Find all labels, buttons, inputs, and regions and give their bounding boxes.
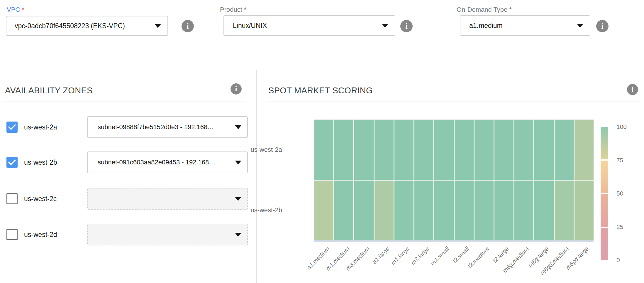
- heatmap-x-label-m1.large: m1.large: [390, 245, 411, 266]
- heatmap-cell-us-west-2a-m3.medium: [354, 120, 373, 180]
- vpc-label-text: VPC: [7, 6, 20, 13]
- heatmap-cell-us-west-2a-m1.medium: [334, 120, 353, 180]
- checkbox-us-west-2d[interactable]: [6, 229, 18, 240]
- heatmap-legend-colorbar: [601, 127, 608, 260]
- heatmap-cell-us-west-2b-m6gd.large: [574, 181, 594, 240]
- subnet-select-us-west-2b[interactable]: subnet-091c603aa82e09453 - 192.168…: [87, 151, 248, 173]
- vpc-required-mark: *: [22, 6, 24, 13]
- heatmap-x-label-m3.large: m3.large: [410, 245, 431, 266]
- product-label-text: Product: [220, 6, 242, 13]
- chevron-down-icon: [155, 24, 161, 28]
- vpc-label: VPC*: [7, 6, 24, 14]
- product-select-value: Linux/UNIX: [233, 22, 377, 30]
- heatmap-cell-us-west-2b-m6g.medium: [514, 181, 533, 240]
- heatmap-cell-us-west-2b-m3.medium: [354, 181, 373, 240]
- spot-market-scoring-divider: [268, 102, 641, 102]
- product-select[interactable]: Linux/UNIX: [223, 15, 395, 36]
- heatmap-cell-us-west-2a-m1.small: [434, 120, 453, 180]
- heatmap-y-label-us-west-2a: us-west-2a: [241, 146, 282, 154]
- heatmap-cell-us-west-2a-m6g.medium: [514, 120, 533, 180]
- product-required-mark: *: [244, 6, 247, 13]
- heatmap-x-label-m1.small: m1.small: [429, 245, 450, 267]
- heatmap-cell-us-west-2a-m1.large: [394, 120, 413, 180]
- subnet-select-us-west-2c[interactable]: [87, 188, 248, 210]
- heatmap-x-label-t2.large: t2.large: [492, 245, 510, 264]
- heatmap-cell-us-west-2a-t2.medium: [474, 120, 494, 180]
- vpc-info-icon[interactable]: i: [182, 20, 194, 32]
- spot-market-scoring-info-icon[interactable]: i: [627, 84, 638, 95]
- legend-tick-0: 0: [616, 256, 620, 264]
- page: VPC* vpc-0adcb70f645508223 (EKS-VPC) i P…: [0, 0, 644, 283]
- heatmap-cell-us-west-2a-m6gd.medium: [555, 120, 574, 180]
- subnet-select-value-us-west-2a: subnet-09888f7be5152d0e3 - 192.168…: [98, 123, 230, 131]
- legend-segment-50-25: [601, 194, 608, 227]
- heatmap-cell-us-west-2b-t2.small: [455, 181, 474, 240]
- heatmap-cell-us-west-2b-m6g.large: [534, 181, 553, 240]
- availability-zones-divider: [4, 102, 244, 102]
- heatmap-cell-us-west-2a-m3.large: [414, 120, 433, 180]
- legend-segment-75-50: [601, 161, 608, 193]
- legend-segment-100-75: [601, 127, 608, 159]
- legend-segment-25-0: [601, 228, 608, 260]
- availability-zones-title: AVAILABILITY ZONES: [5, 86, 93, 95]
- spot-market-scoring-title: SPOT MARKET SCORING: [268, 86, 373, 95]
- product-label: Product*: [220, 6, 246, 14]
- heatmap-cell-us-west-2b-m6gd.medium: [555, 181, 574, 240]
- heatmap-cell-us-west-2b-m1.small: [434, 181, 453, 240]
- legend-tick-25: 25: [616, 223, 623, 231]
- az-row-us-west-2a: us-west-2asubnet-09888f7be5152d0e3 - 192…: [0, 116, 248, 138]
- legend-tick-50: 50: [616, 190, 623, 197]
- heatmap-x-label-t2.medium: t2.medium: [466, 245, 490, 269]
- vpc-select-value: vpc-0adcb70f645508223 (EKS-VPC): [15, 22, 150, 30]
- chevron-down-icon: [235, 161, 241, 164]
- subnet-select-us-west-2d[interactable]: [87, 224, 248, 245]
- heatmap-cell-us-west-2a-m6gd.large: [574, 120, 594, 180]
- heatmap-cell-us-west-2b-a1.large: [374, 181, 394, 240]
- chevron-down-icon: [235, 125, 241, 129]
- subnet-select-us-west-2a[interactable]: subnet-09888f7be5152d0e3 - 192.168…: [87, 116, 248, 138]
- zone-label-us-west-2b: us-west-2b: [24, 159, 57, 166]
- chevron-down-icon: [235, 197, 241, 201]
- heatmap-cell-us-west-2a-a1.medium: [314, 120, 333, 180]
- zone-label-us-west-2a: us-west-2a: [24, 123, 57, 131]
- legend-tick-75: 75: [616, 156, 623, 164]
- heatmap-cell-us-west-2b-m1.medium: [334, 181, 353, 240]
- heatmap-x-label-a1.large: a1.large: [371, 245, 391, 265]
- checkbox-us-west-2c[interactable]: [6, 193, 18, 204]
- heatmap-grid: [314, 120, 594, 240]
- heatmap-x-label-t2.small: t2.small: [451, 245, 470, 265]
- heatmap-cell-us-west-2a-t2.large: [494, 120, 513, 180]
- heatmap-cell-us-west-2a-m6g.large: [534, 120, 553, 180]
- legend-tick-100: 100: [616, 123, 627, 131]
- az-row-us-west-2c: us-west-2c: [0, 188, 248, 210]
- chevron-down-icon: [382, 24, 388, 28]
- heatmap-cell-us-west-2b-m3.large: [414, 181, 433, 240]
- on-demand-type-required-mark: *: [509, 6, 512, 13]
- product-info-icon[interactable]: i: [400, 20, 413, 32]
- heatmap-y-label-us-west-2b: us-west-2b: [241, 206, 282, 214]
- availability-zones-info-icon[interactable]: i: [231, 83, 242, 95]
- heatmap-cell-us-west-2b-m1.large: [394, 181, 413, 240]
- heatmap-cell-us-west-2a-a1.large: [374, 120, 394, 180]
- chevron-down-icon: [235, 233, 241, 237]
- on-demand-type-info-icon[interactable]: i: [596, 20, 609, 32]
- checkbox-us-west-2b[interactable]: [6, 157, 18, 168]
- on-demand-type-select-value: a1.medium: [469, 22, 572, 30]
- vpc-select[interactable]: vpc-0adcb70f645508223 (EKS-VPC): [6, 16, 168, 36]
- heatmap-cell-us-west-2b-t2.medium: [474, 181, 494, 240]
- on-demand-type-select[interactable]: a1.medium: [460, 15, 590, 36]
- heatmap-cell-us-west-2a-t2.small: [455, 120, 474, 180]
- on-demand-type-label: On-Demand Type*: [457, 6, 512, 14]
- chevron-down-icon: [577, 24, 583, 28]
- subnet-select-value-us-west-2b: subnet-091c603aa82e09453 - 192.168…: [98, 159, 230, 166]
- heatmap-cell-us-west-2b-a1.medium: [314, 181, 333, 240]
- az-row-us-west-2b: us-west-2bsubnet-091c603aa82e09453 - 192…: [0, 151, 248, 173]
- az-row-us-west-2d: us-west-2d: [0, 224, 248, 245]
- heatmap-cell-us-west-2b-t2.large: [494, 181, 513, 240]
- section-vertical-divider: [256, 70, 257, 283]
- zone-label-us-west-2c: us-west-2c: [24, 195, 57, 203]
- on-demand-type-label-text: On-Demand Type: [457, 6, 507, 13]
- zone-label-us-west-2d: us-west-2d: [24, 231, 57, 239]
- checkbox-us-west-2a[interactable]: [6, 122, 18, 133]
- heatmap-baseline: [314, 240, 594, 242]
